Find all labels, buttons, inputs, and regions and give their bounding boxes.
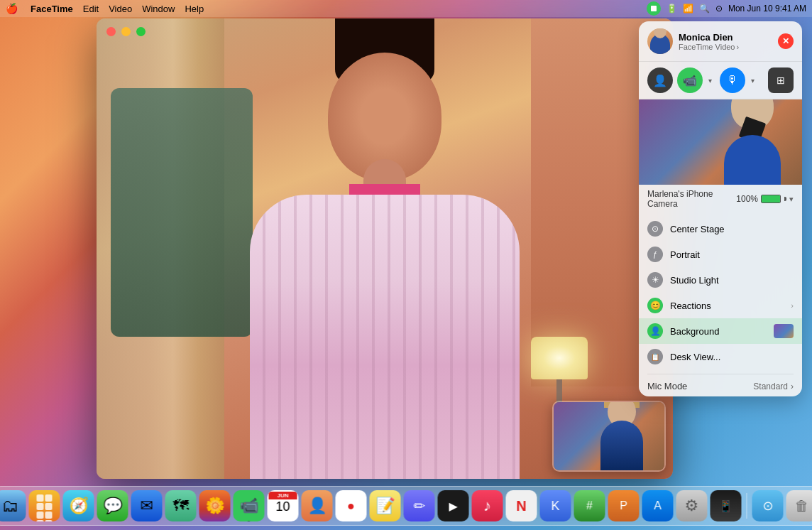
shirt-stripes xyxy=(250,195,520,479)
dock-item-notes[interactable]: 📝 xyxy=(370,490,401,521)
keynote-icon: K xyxy=(551,499,559,514)
safari-icon: 🧭 xyxy=(69,497,88,515)
video-camera-icon: 📹 xyxy=(683,74,697,87)
music-icon: ♪ xyxy=(483,497,491,515)
facetime-panel: Monica Dien FaceTime Video › ✕ 👤 📹 ▾ 🎙 ▾… xyxy=(639,21,802,396)
reactions-label: Reactions xyxy=(670,301,784,311)
close-button[interactable] xyxy=(106,27,116,36)
traffic-lights xyxy=(106,27,146,36)
menubar-search-icon[interactable]: 🔍 xyxy=(699,4,710,13)
dock-item-safari[interactable]: 🧭 xyxy=(63,490,94,521)
facetime-dock-icon: 📹 xyxy=(239,497,258,515)
person-icon: 👤 xyxy=(653,74,667,87)
dock-item-photos[interactable]: 🌼 xyxy=(199,490,231,521)
menu-item-desk-view[interactable]: 📋 Desk View... xyxy=(639,344,802,369)
dock-item-facetime[interactable]: 📹 xyxy=(234,490,265,521)
menubar-help[interactable]: Help xyxy=(185,4,204,14)
menu-item-studio-light[interactable]: ☀ Studio Light xyxy=(639,267,802,293)
studio-light-icon: ☀ xyxy=(647,272,663,288)
dock-item-contacts[interactable]: 👤 xyxy=(302,490,333,521)
dock-item-settings[interactable]: ⚙ xyxy=(676,490,708,521)
screen-share-button[interactable]: ⊞ xyxy=(768,67,794,93)
dock-item-news[interactable]: N xyxy=(506,490,537,521)
mic-mode-row[interactable]: Mic Mode Standard › xyxy=(639,376,802,396)
menu-item-reactions[interactable]: 😊 Reactions › xyxy=(639,293,802,318)
dock-item-appstore[interactable]: A xyxy=(642,490,674,521)
menubar-left: 🍎 FaceTime Edit Video Window Help xyxy=(6,3,204,14)
maximize-button[interactable] xyxy=(136,27,146,36)
calendar-day: 10 xyxy=(269,499,297,515)
panel-header: Monica Dien FaceTime Video › ✕ xyxy=(639,21,802,62)
pages-icon: P xyxy=(620,499,627,512)
contact-subtitle[interactable]: FaceTime Video › xyxy=(679,43,772,51)
dock-item-iphone-mirroring[interactable]: 📱 xyxy=(710,490,742,521)
menubar-edit[interactable]: Edit xyxy=(83,4,99,14)
video-chevron-icon[interactable]: ▾ xyxy=(704,75,715,86)
contact-name: Monica Dien xyxy=(679,32,772,43)
center-stage-icon: ⊙ xyxy=(647,221,663,237)
apple-menu[interactable]: 🍎 xyxy=(6,3,18,14)
dock-item-appletv[interactable]: ▶ xyxy=(438,490,469,521)
dock-item-messages[interactable]: 💬 xyxy=(97,490,128,521)
dock-item-numbers[interactable]: # xyxy=(574,490,605,521)
dock-item-mail[interactable]: ✉ xyxy=(131,490,163,521)
reminders-icon: ● xyxy=(347,499,355,514)
minimize-button[interactable] xyxy=(121,27,131,36)
mic-button[interactable]: 🎙 xyxy=(720,67,745,93)
iphone-icon: 📱 xyxy=(719,499,733,513)
camera-row-chevron[interactable]: ▾ xyxy=(789,195,794,204)
menu-item-portrait[interactable]: ƒ Portrait xyxy=(639,242,802,267)
person-button[interactable]: 👤 xyxy=(647,67,673,93)
menu-item-center-stage[interactable]: ⊙ Center Stage xyxy=(639,216,802,242)
camera-source-row: Marlena's iPhone Camera 100% ▾ xyxy=(639,185,802,213)
preview-person xyxy=(717,103,788,185)
desk-view-label: Desk View... xyxy=(670,352,794,362)
dock-item-reminders[interactable]: ● xyxy=(336,490,367,521)
freeform-icon: ✏ xyxy=(413,497,425,514)
recording-indicator xyxy=(647,1,661,16)
mic-mode-value: Standard xyxy=(753,382,788,391)
dock-item-maps[interactable]: 🗺 xyxy=(165,490,197,521)
mic-chevron-icon[interactable]: ▾ xyxy=(747,75,758,86)
video-effects-menu: ⊙ Center Stage ƒ Portrait ☀ Studio Light… xyxy=(639,213,802,372)
settings-icon: ⚙ xyxy=(685,497,699,515)
menu-item-background[interactable]: 👤 Background xyxy=(639,318,802,344)
menubar-control-center[interactable]: ⊙ xyxy=(715,4,723,13)
dock-separator xyxy=(747,493,747,519)
dock-item-trash[interactable]: 🗑 xyxy=(786,490,813,521)
facetime-window xyxy=(97,18,673,479)
menubar-time: Mon Jun 10 9:41 AM xyxy=(728,4,806,13)
dock-item-finder[interactable]: 🗂 xyxy=(0,490,26,521)
rec-dot xyxy=(651,6,657,11)
dock-item-pages[interactable]: P xyxy=(608,490,640,521)
facetime-background xyxy=(97,18,673,479)
control-row: 👤 📹 ▾ 🎙 ▾ ⊞ xyxy=(639,62,802,99)
menubar-video[interactable]: Video xyxy=(109,4,132,14)
dock-item-launchpad[interactable] xyxy=(29,490,60,521)
video-preview-background xyxy=(639,99,802,185)
contacts-icon: 👤 xyxy=(307,497,327,515)
pv-shirt xyxy=(724,135,781,185)
portrait-label: Portrait xyxy=(670,249,794,260)
dock-item-music[interactable]: ♪ xyxy=(472,490,503,521)
menubar-right: 🔋 📶 🔍 ⊙ Mon Jun 10 9:41 AM xyxy=(647,1,806,16)
menubar-window[interactable]: Window xyxy=(142,4,175,14)
screentime-icon: ⊙ xyxy=(762,498,773,514)
dock-item-calendar[interactable]: JUN 10 xyxy=(268,490,299,521)
trash-icon: 🗑 xyxy=(795,498,809,514)
dock-item-keynote[interactable]: K xyxy=(540,490,571,521)
news-icon: N xyxy=(516,498,526,514)
panel-close-button[interactable]: ✕ xyxy=(778,33,794,49)
microphone-icon: 🎙 xyxy=(727,74,738,87)
menubar-app-name[interactable]: FaceTime xyxy=(31,4,73,14)
menu-divider xyxy=(647,374,794,374)
battery-indicator: 100% ▾ xyxy=(736,194,794,204)
menubar-battery: 🔋 xyxy=(666,4,677,13)
video-button[interactable]: 📹 xyxy=(677,67,703,93)
studio-light-label: Studio Light xyxy=(670,275,794,286)
mail-icon: ✉ xyxy=(141,497,153,515)
dock-item-screentime[interactable]: ⊙ xyxy=(752,490,784,521)
menubar-wifi: 📶 xyxy=(683,4,693,13)
dock-item-freeform[interactable]: ✏ xyxy=(404,490,435,521)
desk-view-icon: 📋 xyxy=(647,349,663,364)
